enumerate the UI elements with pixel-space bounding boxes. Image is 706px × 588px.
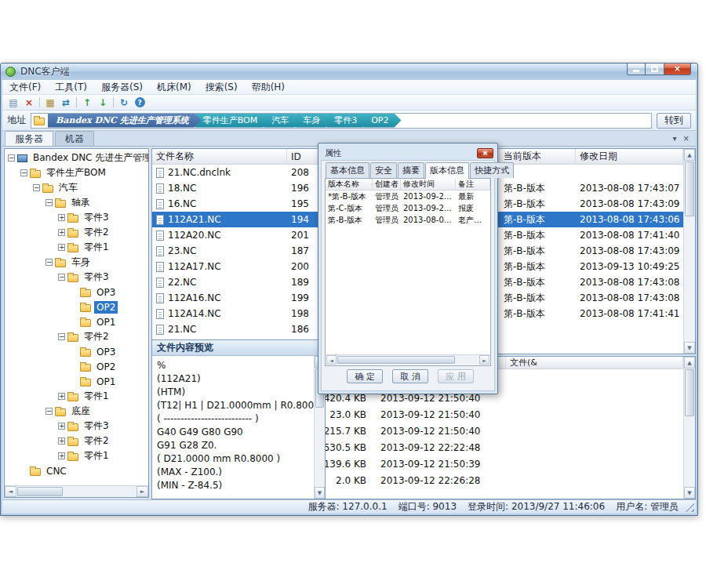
expand-icon[interactable]: + <box>58 244 65 251</box>
address-field[interactable]: Bandex DNC 先进生产管理系统零件生产BOM汽车车身零件3OP2 <box>31 113 652 129</box>
help-icon[interactable]: ? <box>133 96 147 109</box>
collapse-icon[interactable]: − <box>58 333 65 340</box>
close-button[interactable]: × <box>664 64 691 75</box>
version-row[interactable]: 第-B-版本管理员2013-08-08 17:老产品程序 <box>326 214 490 226</box>
scroll-up-button[interactable]: ▲ <box>684 357 695 368</box>
tree-node[interactable]: −轴承 <box>5 195 148 210</box>
dialog-tab-version[interactable]: 版本信息 <box>425 162 469 179</box>
maximize-button[interactable] <box>646 64 664 75</box>
scroll-thumb[interactable] <box>685 162 694 216</box>
menu-item-server[interactable]: 服务器(S) <box>94 79 150 96</box>
save-icon[interactable]: ▦ <box>43 96 57 109</box>
view-tab-machine[interactable]: 机器 <box>55 131 94 146</box>
expand-icon[interactable]: + <box>58 393 65 400</box>
upload-icon[interactable]: ↑ <box>80 96 94 109</box>
tree-node[interactable]: +零件3 <box>5 210 148 225</box>
column-header-name[interactable]: 文件名称 <box>152 149 287 164</box>
column-header-extra[interactable]: 文件(& <box>506 357 683 368</box>
column-header-date[interactable]: 修改日期 <box>576 149 683 164</box>
expand-icon[interactable]: + <box>58 452 65 459</box>
apply-button[interactable]: 应 用 <box>438 369 474 383</box>
dialog-hscrollbar[interactable]: ◄ ► <box>326 354 489 365</box>
ok-button[interactable]: 确 定 <box>347 369 383 383</box>
scroll-down-button[interactable]: ▼ <box>315 487 325 499</box>
dialog-title-bar[interactable]: 属性 × <box>321 146 495 160</box>
download-icon[interactable]: ↓ <box>96 96 110 109</box>
version-column-header-2[interactable]: 修改时间 <box>401 179 456 190</box>
version-row[interactable]: *第-B-版本管理员2013-09-27 14:最新 <box>326 191 490 202</box>
tree-node[interactable]: +零件3 <box>5 419 148 434</box>
tree-node[interactable]: OP1 <box>5 374 148 389</box>
version-row[interactable]: 第-C-版本管理员2013-09-27 14:报废 <box>326 202 490 214</box>
attachment-vscrollbar[interactable]: ▲ ▼ <box>683 357 695 499</box>
minimize-button[interactable] <box>627 64 646 75</box>
tree-node[interactable]: −车身 <box>5 255 148 270</box>
expand-icon[interactable]: + <box>58 229 65 236</box>
tree-node[interactable]: OP2 <box>5 299 148 314</box>
menu-item-help[interactable]: 帮助(H) <box>245 79 292 96</box>
tree-node[interactable]: +零件1 <box>5 240 148 255</box>
tree-node[interactable]: −汽车 <box>5 180 148 195</box>
menu-item-search[interactable]: 搜索(S) <box>198 79 245 96</box>
collapse-icon[interactable]: − <box>45 408 53 415</box>
dialog-tab-shortcut[interactable]: 快捷方式 <box>470 162 514 178</box>
scroll-thumb[interactable] <box>17 487 63 496</box>
scroll-track[interactable] <box>684 368 695 487</box>
scroll-track[interactable] <box>684 161 695 342</box>
menu-item-file[interactable]: 文件(F) <box>2 79 48 96</box>
scroll-right-button[interactable]: ► <box>136 486 148 497</box>
transfer-icon[interactable]: ⇄ <box>59 96 73 109</box>
expand-icon[interactable]: + <box>58 423 65 430</box>
tree-node[interactable]: OP3 <box>5 344 148 359</box>
view-tab-server[interactable]: 服务器 <box>5 131 53 146</box>
scroll-track[interactable] <box>337 355 479 365</box>
tree-node[interactable]: +零件1 <box>5 389 148 404</box>
tree-node[interactable]: OP3 <box>5 285 148 299</box>
collapse-icon[interactable]: − <box>58 274 65 281</box>
scroll-left-button[interactable]: ◄ <box>5 486 16 497</box>
tree-hscrollbar[interactable]: ◄ ► <box>5 485 148 497</box>
dialog-tab-summary[interactable]: 摘要 <box>398 162 424 178</box>
close-pane-icon[interactable]: × <box>683 134 690 143</box>
tree-node[interactable]: OP2 <box>5 359 148 374</box>
breadcrumb-bom[interactable]: 零件生产BOM <box>195 114 271 128</box>
menu-item-machine[interactable]: 机床(M) <box>150 79 198 96</box>
breadcrumb-part3[interactable]: 零件3 <box>326 114 369 128</box>
collapse-icon[interactable]: − <box>8 154 15 162</box>
chevron-down-icon[interactable]: ▾ <box>673 134 677 143</box>
scroll-down-button[interactable]: ▼ <box>684 342 695 354</box>
scroll-track[interactable] <box>16 486 136 497</box>
scroll-thumb[interactable] <box>685 369 694 416</box>
menu-item-tools[interactable]: 工具(T) <box>48 79 94 96</box>
refresh-icon[interactable]: ↻ <box>117 96 131 109</box>
version-column-header-0[interactable]: 版本名称 <box>326 179 373 190</box>
tree-node[interactable]: +零件1 <box>5 448 148 463</box>
delete-icon[interactable]: × <box>22 96 36 109</box>
version-column-header-1[interactable]: 创建者 <box>373 179 401 190</box>
scroll-thumb[interactable] <box>337 356 455 364</box>
scroll-down-button[interactable]: ▼ <box>684 487 695 499</box>
tree-node[interactable]: −零件生产BOM <box>5 165 148 180</box>
scroll-right-button[interactable]: ► <box>479 355 489 365</box>
expand-icon[interactable]: + <box>58 214 65 221</box>
cancel-button[interactable]: 取 消 <box>392 369 428 383</box>
version-column-header-3[interactable]: 备注 <box>456 179 490 190</box>
go-button[interactable]: 转到 <box>657 113 691 129</box>
collapse-icon[interactable]: − <box>45 199 53 206</box>
collapse-icon[interactable]: − <box>20 169 27 176</box>
scroll-up-button[interactable]: ▲ <box>684 149 695 161</box>
tree-node[interactable]: +零件2 <box>5 225 148 240</box>
tree-node[interactable]: −零件2 <box>5 329 148 344</box>
new-file-icon[interactable]: ▤ <box>6 96 20 109</box>
expand-icon[interactable]: + <box>58 437 65 445</box>
collapse-icon[interactable]: − <box>33 184 40 191</box>
breadcrumb-root[interactable]: Bandex DNC 先进生产管理系统 <box>48 114 202 128</box>
tree-node[interactable]: CNC <box>5 463 148 478</box>
tree-node[interactable]: +零件2 <box>5 434 148 448</box>
tree-node[interactable]: −底座 <box>5 404 148 419</box>
dialog-tab-basic[interactable]: 基本信息 <box>326 162 369 178</box>
tree-node[interactable]: OP1 <box>5 314 148 329</box>
scroll-left-button[interactable]: ◄ <box>326 355 337 365</box>
tree-node[interactable]: −零件3 <box>5 270 148 285</box>
title-bar[interactable]: DNC客户端 × <box>1 64 697 80</box>
